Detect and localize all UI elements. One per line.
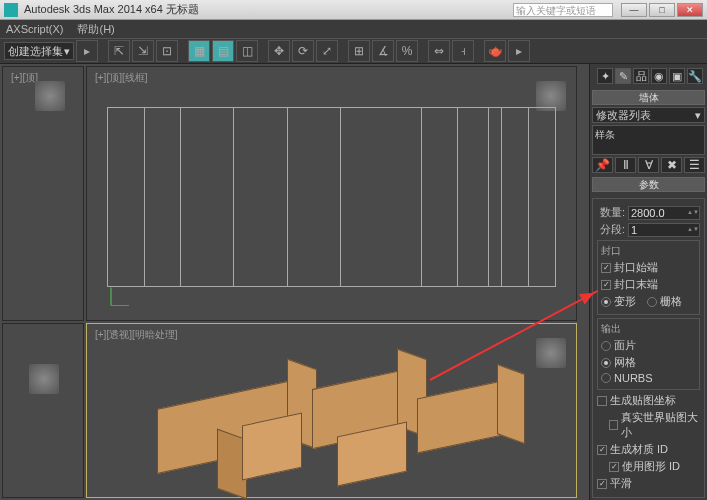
search-input[interactable]: 输入关键字或短语 <box>513 3 613 17</box>
title-bar: Autodesk 3ds Max 2014 x64 无标题 输入关键字或短语 —… <box>0 0 707 20</box>
close-button[interactable]: ✕ <box>677 3 703 17</box>
viewcube-icon[interactable] <box>29 364 59 394</box>
menu-help[interactable]: 帮助(H) <box>77 22 114 37</box>
menu-maxscript[interactable]: AXScript(X) <box>6 23 63 35</box>
link-icon[interactable]: ⇱ <box>108 40 130 62</box>
amount-spinner[interactable]: 2800.0▲▼ <box>628 206 700 220</box>
bind-icon[interactable]: ⊡ <box>156 40 178 62</box>
percent-snap-icon[interactable]: % <box>396 40 418 62</box>
modifier-list-dropdown[interactable]: 修改器列表▾ <box>592 107 705 123</box>
output-nurbs-radio[interactable] <box>601 373 611 383</box>
move-icon[interactable]: ✥ <box>268 40 290 62</box>
scale-icon[interactable]: ⤢ <box>316 40 338 62</box>
app-title: Autodesk 3ds Max 2014 x64 无标题 <box>24 2 513 17</box>
axis-gizmo <box>105 284 131 310</box>
viewport-left[interactable] <box>2 323 84 498</box>
app-icon <box>4 3 18 17</box>
cap-grid-radio[interactable] <box>647 297 657 307</box>
select-region-icon[interactable]: ◫ <box>236 40 258 62</box>
select-name-icon[interactable]: ▤ <box>212 40 234 62</box>
viewcube-icon[interactable] <box>536 338 566 368</box>
viewport-area: [+][顶] [+][顶][线框] [+][透视][明暗处理] <box>0 64 589 500</box>
rotate-icon[interactable]: ⟳ <box>292 40 314 62</box>
gen-mapping-check[interactable] <box>597 396 607 406</box>
cmdtab-create-icon[interactable]: ✦ <box>597 68 613 84</box>
cmdtab-display-icon[interactable]: ▣ <box>669 68 685 84</box>
viewport-top-wire[interactable]: [+][顶][线框] <box>86 66 577 321</box>
use-shapeid-check[interactable] <box>609 462 619 472</box>
modifier-stack[interactable]: 样条 <box>592 125 705 155</box>
pin-stack-icon[interactable]: 📌 <box>592 157 613 173</box>
mirror-icon[interactable]: ⇔ <box>428 40 450 62</box>
viewcube-icon[interactable] <box>35 81 65 111</box>
gen-matid-check[interactable] <box>597 445 607 455</box>
segments-spinner[interactable]: 1▲▼ <box>628 223 700 237</box>
remove-mod-icon[interactable]: ✖ <box>661 157 682 173</box>
align-icon[interactable]: ⫞ <box>452 40 474 62</box>
cap-start-check[interactable] <box>601 263 611 273</box>
show-end-icon[interactable]: Ⅱ <box>615 157 636 173</box>
unique-icon[interactable]: ∀ <box>638 157 659 173</box>
viewport-top-small[interactable]: [+][顶] <box>2 66 84 321</box>
render-icon[interactable]: 🫖 <box>484 40 506 62</box>
command-panel: ✦ ✎ 品 ◉ ▣ 🔧 墙体 修改器列表▾ 样条 📌 Ⅱ ∀ ✖ ☰ 参数 数量… <box>589 64 707 500</box>
selection-lock-icon[interactable]: ▸ <box>76 40 98 62</box>
output-patch-radio[interactable] <box>601 341 611 351</box>
cap-morph-radio[interactable] <box>601 297 611 307</box>
angle-snap-icon[interactable]: ∡ <box>372 40 394 62</box>
realworld-check[interactable] <box>609 420 618 430</box>
output-mesh-radio[interactable] <box>601 358 611 368</box>
cmdtab-motion-icon[interactable]: ◉ <box>651 68 667 84</box>
select-icon[interactable]: ▦ <box>188 40 210 62</box>
render-scene-icon[interactable]: ▸ <box>508 40 530 62</box>
selection-set-combo[interactable]: 创建选择集▾ <box>4 42 74 60</box>
cmdtab-hierarchy-icon[interactable]: 品 <box>633 68 649 84</box>
object-name-field[interactable]: 墙体 <box>592 90 705 105</box>
wireframe-walls <box>107 107 556 287</box>
main-toolbar: 创建选择集▾ ▸ ⇱ ⇲ ⊡ ▦ ▤ ◫ ✥ ⟳ ⤢ ⊞ ∡ % ⇔ ⫞ 🫖 ▸ <box>0 38 707 64</box>
params-rollout-header[interactable]: 参数 <box>592 177 705 192</box>
configure-icon[interactable]: ☰ <box>684 157 705 173</box>
minimize-button[interactable]: — <box>621 3 647 17</box>
cmdtab-utilities-icon[interactable]: 🔧 <box>687 68 703 84</box>
menu-bar: AXScript(X) 帮助(H) <box>0 20 707 38</box>
cap-end-check[interactable] <box>601 280 611 290</box>
unlink-icon[interactable]: ⇲ <box>132 40 154 62</box>
viewport-perspective[interactable]: [+][透视][明暗处理] <box>86 323 577 498</box>
cmdtab-modify-icon[interactable]: ✎ <box>615 68 631 84</box>
maximize-button[interactable]: □ <box>649 3 675 17</box>
smooth-check[interactable] <box>597 479 607 489</box>
snap-icon[interactable]: ⊞ <box>348 40 370 62</box>
